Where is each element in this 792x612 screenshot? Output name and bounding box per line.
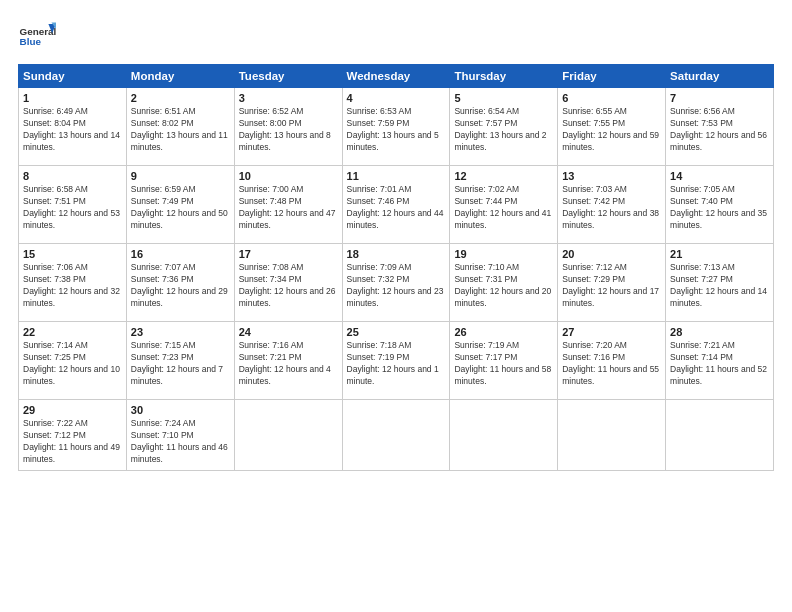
day-number: 9 (131, 170, 230, 182)
weekday-header-sunday: Sunday (19, 65, 127, 88)
day-info: Sunrise: 7:16 AMSunset: 7:21 PMDaylight:… (239, 340, 331, 386)
calendar-cell (234, 400, 342, 471)
calendar-week-3: 15 Sunrise: 7:06 AMSunset: 7:38 PMDaylig… (19, 244, 774, 322)
day-number: 30 (131, 404, 230, 416)
calendar-week-1: 1 Sunrise: 6:49 AMSunset: 8:04 PMDayligh… (19, 88, 774, 166)
day-info: Sunrise: 7:03 AMSunset: 7:42 PMDaylight:… (562, 184, 659, 230)
calendar-cell: 18 Sunrise: 7:09 AMSunset: 7:32 PMDaylig… (342, 244, 450, 322)
day-number: 28 (670, 326, 769, 338)
day-info: Sunrise: 7:18 AMSunset: 7:19 PMDaylight:… (347, 340, 439, 386)
day-number: 20 (562, 248, 661, 260)
calendar-week-4: 22 Sunrise: 7:14 AMSunset: 7:25 PMDaylig… (19, 322, 774, 400)
day-info: Sunrise: 6:51 AMSunset: 8:02 PMDaylight:… (131, 106, 228, 152)
calendar-cell: 30 Sunrise: 7:24 AMSunset: 7:10 PMDaylig… (126, 400, 234, 471)
day-info: Sunrise: 7:06 AMSunset: 7:38 PMDaylight:… (23, 262, 120, 308)
weekday-header-tuesday: Tuesday (234, 65, 342, 88)
day-info: Sunrise: 7:21 AMSunset: 7:14 PMDaylight:… (670, 340, 767, 386)
day-info: Sunrise: 6:58 AMSunset: 7:51 PMDaylight:… (23, 184, 120, 230)
day-number: 7 (670, 92, 769, 104)
day-number: 12 (454, 170, 553, 182)
calendar-week-2: 8 Sunrise: 6:58 AMSunset: 7:51 PMDayligh… (19, 166, 774, 244)
day-info: Sunrise: 7:15 AMSunset: 7:23 PMDaylight:… (131, 340, 223, 386)
day-info: Sunrise: 7:09 AMSunset: 7:32 PMDaylight:… (347, 262, 444, 308)
day-number: 10 (239, 170, 338, 182)
logo: General Blue (18, 18, 56, 56)
calendar-cell: 13 Sunrise: 7:03 AMSunset: 7:42 PMDaylig… (558, 166, 666, 244)
calendar-cell: 16 Sunrise: 7:07 AMSunset: 7:36 PMDaylig… (126, 244, 234, 322)
day-info: Sunrise: 6:55 AMSunset: 7:55 PMDaylight:… (562, 106, 659, 152)
calendar-cell: 29 Sunrise: 7:22 AMSunset: 7:12 PMDaylig… (19, 400, 127, 471)
weekday-header-saturday: Saturday (666, 65, 774, 88)
calendar-cell: 17 Sunrise: 7:08 AMSunset: 7:34 PMDaylig… (234, 244, 342, 322)
calendar-cell: 6 Sunrise: 6:55 AMSunset: 7:55 PMDayligh… (558, 88, 666, 166)
day-number: 24 (239, 326, 338, 338)
day-number: 15 (23, 248, 122, 260)
day-info: Sunrise: 7:19 AMSunset: 7:17 PMDaylight:… (454, 340, 551, 386)
svg-text:Blue: Blue (20, 36, 42, 47)
day-info: Sunrise: 6:59 AMSunset: 7:49 PMDaylight:… (131, 184, 228, 230)
day-number: 23 (131, 326, 230, 338)
day-number: 5 (454, 92, 553, 104)
day-info: Sunrise: 7:00 AMSunset: 7:48 PMDaylight:… (239, 184, 336, 230)
calendar-week-5: 29 Sunrise: 7:22 AMSunset: 7:12 PMDaylig… (19, 400, 774, 471)
calendar-cell: 8 Sunrise: 6:58 AMSunset: 7:51 PMDayligh… (19, 166, 127, 244)
day-info: Sunrise: 6:53 AMSunset: 7:59 PMDaylight:… (347, 106, 439, 152)
calendar-cell: 27 Sunrise: 7:20 AMSunset: 7:16 PMDaylig… (558, 322, 666, 400)
calendar-cell (450, 400, 558, 471)
calendar-cell: 23 Sunrise: 7:15 AMSunset: 7:23 PMDaylig… (126, 322, 234, 400)
day-number: 4 (347, 92, 446, 104)
calendar-cell: 28 Sunrise: 7:21 AMSunset: 7:14 PMDaylig… (666, 322, 774, 400)
day-number: 11 (347, 170, 446, 182)
day-number: 29 (23, 404, 122, 416)
calendar-cell: 21 Sunrise: 7:13 AMSunset: 7:27 PMDaylig… (666, 244, 774, 322)
day-info: Sunrise: 7:20 AMSunset: 7:16 PMDaylight:… (562, 340, 659, 386)
day-info: Sunrise: 6:52 AMSunset: 8:00 PMDaylight:… (239, 106, 331, 152)
page: General Blue SundayMondayTuesdayWednesda… (0, 0, 792, 612)
day-number: 27 (562, 326, 661, 338)
day-number: 14 (670, 170, 769, 182)
day-number: 26 (454, 326, 553, 338)
calendar-cell: 15 Sunrise: 7:06 AMSunset: 7:38 PMDaylig… (19, 244, 127, 322)
weekday-header-monday: Monday (126, 65, 234, 88)
day-number: 13 (562, 170, 661, 182)
day-info: Sunrise: 7:22 AMSunset: 7:12 PMDaylight:… (23, 418, 120, 464)
calendar-cell: 19 Sunrise: 7:10 AMSunset: 7:31 PMDaylig… (450, 244, 558, 322)
day-number: 1 (23, 92, 122, 104)
day-number: 16 (131, 248, 230, 260)
day-info: Sunrise: 7:07 AMSunset: 7:36 PMDaylight:… (131, 262, 228, 308)
calendar-cell: 1 Sunrise: 6:49 AMSunset: 8:04 PMDayligh… (19, 88, 127, 166)
calendar-cell: 10 Sunrise: 7:00 AMSunset: 7:48 PMDaylig… (234, 166, 342, 244)
calendar-cell: 4 Sunrise: 6:53 AMSunset: 7:59 PMDayligh… (342, 88, 450, 166)
weekday-header-row: SundayMondayTuesdayWednesdayThursdayFrid… (19, 65, 774, 88)
weekday-header-friday: Friday (558, 65, 666, 88)
day-info: Sunrise: 7:10 AMSunset: 7:31 PMDaylight:… (454, 262, 551, 308)
day-info: Sunrise: 7:02 AMSunset: 7:44 PMDaylight:… (454, 184, 551, 230)
calendar-cell: 7 Sunrise: 6:56 AMSunset: 7:53 PMDayligh… (666, 88, 774, 166)
calendar-cell: 5 Sunrise: 6:54 AMSunset: 7:57 PMDayligh… (450, 88, 558, 166)
day-number: 17 (239, 248, 338, 260)
day-number: 21 (670, 248, 769, 260)
calendar-cell: 14 Sunrise: 7:05 AMSunset: 7:40 PMDaylig… (666, 166, 774, 244)
calendar-cell: 26 Sunrise: 7:19 AMSunset: 7:17 PMDaylig… (450, 322, 558, 400)
day-info: Sunrise: 7:13 AMSunset: 7:27 PMDaylight:… (670, 262, 767, 308)
calendar-cell: 25 Sunrise: 7:18 AMSunset: 7:19 PMDaylig… (342, 322, 450, 400)
day-info: Sunrise: 6:49 AMSunset: 8:04 PMDaylight:… (23, 106, 120, 152)
day-number: 3 (239, 92, 338, 104)
day-info: Sunrise: 7:08 AMSunset: 7:34 PMDaylight:… (239, 262, 336, 308)
day-info: Sunrise: 7:14 AMSunset: 7:25 PMDaylight:… (23, 340, 120, 386)
day-info: Sunrise: 7:05 AMSunset: 7:40 PMDaylight:… (670, 184, 767, 230)
day-info: Sunrise: 6:56 AMSunset: 7:53 PMDaylight:… (670, 106, 767, 152)
calendar-cell: 3 Sunrise: 6:52 AMSunset: 8:00 PMDayligh… (234, 88, 342, 166)
calendar-cell (666, 400, 774, 471)
day-number: 18 (347, 248, 446, 260)
logo-icon: General Blue (18, 18, 56, 56)
calendar-cell: 2 Sunrise: 6:51 AMSunset: 8:02 PMDayligh… (126, 88, 234, 166)
calendar-cell: 9 Sunrise: 6:59 AMSunset: 7:49 PMDayligh… (126, 166, 234, 244)
weekday-header-thursday: Thursday (450, 65, 558, 88)
calendar-cell: 24 Sunrise: 7:16 AMSunset: 7:21 PMDaylig… (234, 322, 342, 400)
day-info: Sunrise: 6:54 AMSunset: 7:57 PMDaylight:… (454, 106, 546, 152)
day-info: Sunrise: 7:24 AMSunset: 7:10 PMDaylight:… (131, 418, 228, 464)
day-number: 25 (347, 326, 446, 338)
calendar-cell: 12 Sunrise: 7:02 AMSunset: 7:44 PMDaylig… (450, 166, 558, 244)
day-info: Sunrise: 7:01 AMSunset: 7:46 PMDaylight:… (347, 184, 444, 230)
